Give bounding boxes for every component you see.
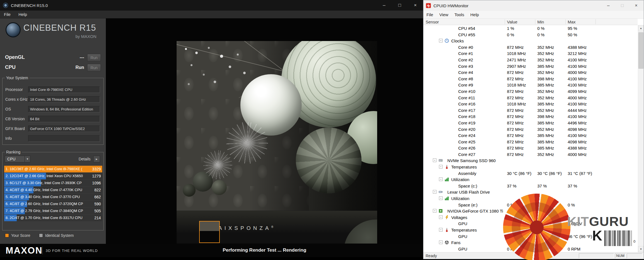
ranking-row[interactable]: 5. 4C/8T @ 3.40 GHz, Intel Core i7-3770 … — [4, 194, 102, 200]
close-icon[interactable]: × — [629, 0, 643, 11]
column-header[interactable]: Sensor Value Min Max — [423, 19, 638, 25]
tree-expander-icon[interactable]: - — [439, 228, 443, 232]
column-separator[interactable] — [535, 19, 535, 24]
menu-item[interactable]: View — [436, 11, 451, 18]
sensor-row[interactable]: Core #25872 MHz385 MHz4098 MHz — [423, 139, 638, 145]
opengl-label: OpenGL — [5, 54, 25, 60]
sensor-label: Clocks — [451, 38, 464, 43]
column-separator[interactable] — [565, 19, 566, 24]
tree-expander-icon[interactable]: - — [433, 158, 436, 162]
menu-item[interactable]: Help — [14, 11, 31, 18]
tree-expander-icon[interactable]: - — [439, 177, 443, 181]
details-label: Details — [79, 157, 91, 161]
sensor-value: 2907 MHz — [507, 64, 526, 69]
column-sensor[interactable]: Sensor — [426, 20, 439, 24]
system-field-value[interactable]: 18 Cores, 36 Threads @ 2.60 GHz — [28, 96, 100, 103]
menu-item[interactable]: File — [423, 11, 436, 18]
sensor-row[interactable]: Assembly30 °C (86 °F)30 °C (86 °F)31 °C … — [423, 170, 638, 177]
menu-item[interactable]: Help — [467, 11, 482, 18]
tree-expander-icon[interactable]: - — [433, 190, 436, 194]
sensor-row[interactable]: -Temperatures — [423, 164, 638, 170]
sensor-row[interactable]: Core #19872 MHz385 MHz4496 MHz — [423, 120, 638, 126]
sensor-row[interactable]: Core #18872 MHz398 MHz4100 MHz — [423, 113, 638, 120]
column-min[interactable]: Min — [537, 20, 544, 24]
system-field-value[interactable]: 64 Bit — [28, 116, 100, 122]
ranking-row[interactable]: 6. 4C/8T @ 2.60 GHz, Intel Core i7-3720Q… — [4, 201, 102, 207]
sensor-row[interactable]: Core #26872 MHz385 MHz4388 MHz — [423, 145, 638, 151]
ranking-row[interactable]: 1. 18C/36T @ 2.60 GHz, Intel Core i9-798… — [4, 166, 102, 172]
sensor-row[interactable]: CPU #541 %0 %95 % — [423, 25, 638, 32]
system-field-value[interactable]: Windows 8, 64 Bit, Professional Edition — [28, 106, 100, 112]
cinebench-titlebar[interactable]: CINEBENCH R15.0 – □ × — [0, 0, 423, 11]
ranking-label: 5. 4C/8T @ 3.40 GHz, Intel Core i7-3770 … — [6, 194, 89, 200]
sensor-row[interactable]: Core #4872 MHz352 MHz4000 MHz — [423, 69, 638, 76]
system-field-label: CB Version — [5, 117, 25, 121]
maximize-icon[interactable]: □ — [615, 0, 629, 11]
ranking-row[interactable]: 4. 4C/8T @ 4.40 GHz, Intel Core i7-4770K… — [4, 187, 102, 193]
ranking-row[interactable]: 7. 4C/8T @ 2.79 GHz, Intel Core i7-3840Q… — [4, 208, 102, 214]
sensor-row[interactable]: CPU #550 %0 %50 % — [423, 32, 638, 38]
sensor-value: 872 MHz — [507, 127, 524, 132]
details-button[interactable]: ▸ — [93, 156, 100, 162]
tree-expander-icon[interactable]: - — [439, 215, 443, 219]
sensor-label: Utilization — [451, 196, 469, 201]
sensor-row[interactable]: -Clocks — [423, 38, 638, 44]
sensor-max: 31 °C (87 °F) — [568, 171, 592, 176]
sensor-row[interactable]: -NVMe Samsung SSD 960 — [423, 157, 638, 164]
legend-label: Identical System — [45, 233, 74, 238]
column-separator[interactable] — [505, 19, 505, 24]
column-max[interactable]: Max — [568, 20, 575, 24]
system-field-value[interactable]: Intel Core i9-7980XE CPU — [28, 86, 100, 93]
sensor-label: Core #11 — [458, 95, 475, 100]
sensor-row[interactable]: Core #27872 MHz352 MHz4000 MHz — [423, 151, 638, 158]
sensor-row[interactable]: Core #20872 MHz352 MHz4098 MHz — [423, 126, 638, 133]
ranking-row[interactable]: 8. 2C/4T @ 1.70 GHz, Intel Core i5-3317U… — [4, 215, 102, 221]
tree-expander-icon[interactable]: - — [439, 39, 443, 42]
menu-item[interactable]: Tools — [451, 11, 467, 18]
ranking-row[interactable]: 2. 12C/24T @ 2.66 GHz, Intel Xeon CPU X5… — [4, 173, 102, 179]
minimize-icon[interactable]: – — [601, 0, 615, 11]
tree-expander-icon[interactable]: - — [439, 240, 443, 244]
system-field-label: Info — [5, 136, 12, 141]
scroll-down-icon[interactable]: ▼ — [638, 246, 644, 252]
util-icon — [445, 177, 449, 182]
scrollbar-thumb[interactable] — [638, 32, 643, 69]
sensor-value: 872 MHz — [507, 95, 524, 100]
close-icon[interactable]: × — [408, 0, 423, 11]
column-value[interactable]: Value — [507, 20, 517, 24]
scrollbar[interactable]: ▲ ▼ — [638, 25, 644, 252]
ranking-score: 1279 — [92, 173, 101, 179]
sensor-row[interactable]: Core #10872 MHz352 MHz4099 MHz — [423, 88, 638, 95]
scroll-up-icon[interactable]: ▲ — [638, 25, 644, 31]
sensor-row[interactable]: Space (c:)37 %37 %37 % — [423, 183, 638, 189]
ranking-filter-dropdown[interactable]: CPU ▼ — [5, 156, 30, 162]
sensor-row[interactable]: Core #161018 MHz385 MHz4100 MHz — [423, 101, 638, 107]
maximize-icon[interactable]: □ — [392, 0, 408, 11]
tree-expander-icon[interactable]: - — [433, 209, 436, 213]
sensor-row[interactable]: Core #0872 MHz352 MHz4388 MHz — [423, 44, 638, 50]
sensor-row[interactable]: Core #11872 MHz352 MHz4000 MHz — [423, 95, 638, 101]
sensor-min: 398 MHz — [537, 114, 554, 119]
opengl-run-button[interactable]: Run — [87, 54, 101, 61]
legend-label: Your Score — [11, 233, 30, 238]
tree-expander-icon[interactable]: - — [439, 196, 443, 200]
sensor-row[interactable]: Core #24872 MHz385 MHz4100 MHz — [423, 132, 638, 139]
cpu-run-button[interactable]: Run — [87, 64, 101, 71]
system-field-value[interactable] — [28, 135, 100, 142]
minimize-icon[interactable]: – — [376, 0, 392, 11]
menu-item[interactable]: File — [0, 11, 14, 18]
sensor-label: Space (c:) — [458, 184, 477, 188]
system-field-row: CB Version 64 Bit — [3, 116, 103, 122]
system-field-value[interactable]: GeForce GTX 1080 Ti/PCIe/SSE2 — [28, 126, 100, 132]
sensor-row[interactable]: -Utilization — [423, 176, 638, 183]
sensor-row[interactable]: Core #8872 MHz398 MHz4100 MHz — [423, 76, 638, 82]
sensor-row[interactable]: Core #22471 MHz352 MHz4100 MHz — [423, 57, 638, 63]
ranking-row[interactable]: 3. 6C/12T @ 3.30 GHz, Intel Core i7-3930… — [4, 180, 102, 186]
tree-expander-icon[interactable]: - — [439, 165, 443, 168]
sensor-row[interactable]: Core #91018 MHz385 MHz4100 MHz — [423, 82, 638, 88]
sensor-row[interactable]: Core #17872 MHz352 MHz4444 MHz — [423, 107, 638, 114]
sensor-row[interactable]: Core #32907 MHz385 MHz4100 MHz — [423, 63, 638, 69]
hwmonitor-titlebar[interactable]: CPUID HWMonitor – □ × — [423, 0, 644, 11]
sensor-row[interactable]: Core #11018 MHz352 MHz3212 MHz — [423, 50, 638, 57]
column-separator[interactable] — [596, 19, 596, 24]
